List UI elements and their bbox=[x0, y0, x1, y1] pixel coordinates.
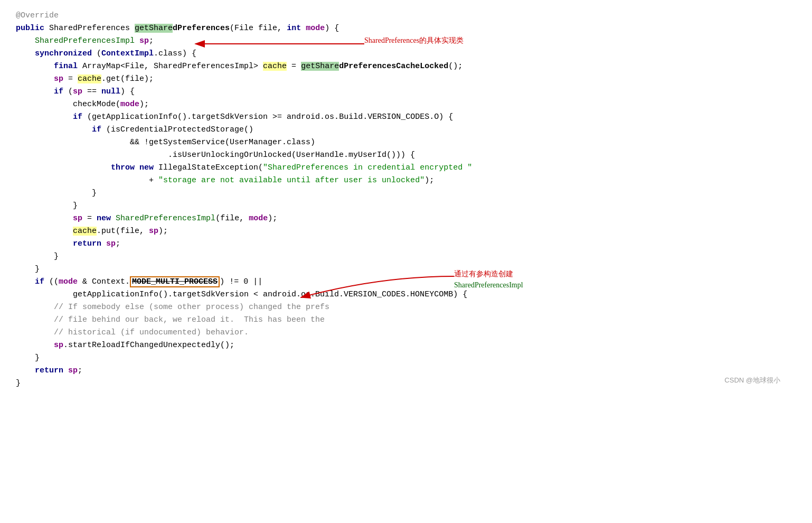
code-line-20: } bbox=[16, 250, 796, 263]
annotation-constructor-label1: 通过有参构造创建 bbox=[454, 268, 523, 279]
annotation-sp-impl: SharedPreferences的具体实现类 bbox=[364, 35, 464, 46]
code-line-27: sp.startReloadIfChangedUnexpectedly(); bbox=[16, 339, 796, 352]
code-line-25: // file behind our back, we reload it. T… bbox=[16, 314, 796, 326]
code-line-24: // If somebody else (some other process)… bbox=[16, 301, 796, 314]
code-line-23: getApplicationInfo().targetSdkVersion < … bbox=[16, 288, 796, 301]
code-line-8: checkMode(mode); bbox=[16, 98, 796, 111]
code-block: @Override public SharedPreferences getSh… bbox=[16, 10, 796, 390]
code-line-30: } bbox=[16, 377, 796, 390]
code-line-26: // historical (if undocumented) behavior… bbox=[16, 326, 796, 339]
code-line-11: && !getSystemService(UserManager.class) bbox=[16, 136, 796, 149]
annotation-override: @Override bbox=[16, 11, 59, 20]
code-line-18: cache.put(file, sp); bbox=[16, 225, 796, 238]
code-line-22: if ((mode & Context.MODE_MULTI_PROCESS) … bbox=[16, 276, 796, 288]
code-line-14: + "storage are not available until after… bbox=[16, 174, 796, 187]
code-line-28: } bbox=[16, 352, 796, 365]
code-line-6: sp = cache.get(file); bbox=[16, 73, 796, 86]
watermark: CSDN @地球很小 bbox=[724, 375, 780, 386]
code-line-2: public SharedPreferences getSharedPrefer… bbox=[16, 22, 796, 35]
code-line-17: sp = new SharedPreferencesImpl(file, mod… bbox=[16, 212, 796, 225]
code-line-21: } bbox=[16, 263, 796, 276]
annotation-constructor-label2: SharedPreferencesImpl bbox=[454, 279, 523, 291]
code-line-19: return sp; bbox=[16, 238, 796, 250]
code-line-1: @Override bbox=[16, 10, 796, 22]
code-line-9: if (getApplicationInfo().targetSdkVersio… bbox=[16, 111, 796, 124]
code-line-12: .isUserUnlockingOrUnlocked(UserHandle.my… bbox=[16, 149, 796, 162]
code-line-7: if (sp == null) { bbox=[16, 86, 796, 98]
code-line-15: } bbox=[16, 187, 796, 200]
code-line-13: throw new IllegalStateException("SharedP… bbox=[16, 162, 796, 174]
annotation-constructor: 通过有参构造创建 SharedPreferencesImpl bbox=[454, 268, 523, 291]
code-line-10: if (isCredentialProtectedStorage() bbox=[16, 124, 796, 136]
code-line-29: return sp; bbox=[16, 365, 796, 377]
mode-multi-process-badge: MODE_MULTI_PROCESS bbox=[130, 276, 220, 287]
code-line-5: final ArrayMap<File, SharedPreferencesIm… bbox=[16, 60, 796, 73]
annotation-sp-impl-text: SharedPreferences的具体实现类 bbox=[364, 36, 464, 44]
code-line-4: synchronized (ContextImpl.class) { bbox=[16, 48, 796, 60]
code-line-16: } bbox=[16, 200, 796, 212]
